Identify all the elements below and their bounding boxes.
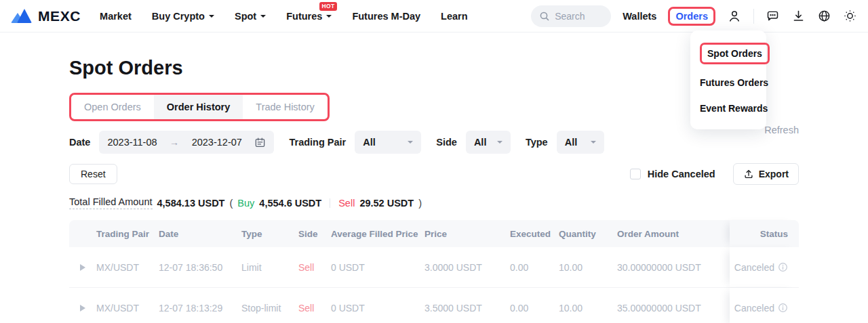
cell-side: Sell [297, 288, 330, 323]
mexc-mountain-icon [11, 9, 32, 23]
info-icon[interactable] [778, 262, 788, 272]
orders-dropdown-menu: Spot Orders Futures Orders Event Rewards [690, 30, 766, 129]
type-select[interactable]: All [557, 131, 604, 154]
globe-language-icon[interactable] [817, 9, 831, 23]
side-select[interactable]: All [466, 131, 511, 154]
nav-futures[interactable]: Futures HOT [286, 11, 332, 22]
annotation-box-spot-orders: Spot Orders [700, 43, 770, 64]
hide-canceled-checkbox[interactable] [630, 169, 641, 179]
calendar-icon [254, 137, 266, 148]
page-title: Spot Orders [69, 57, 799, 79]
cell-average-filled-price: 0 USDT [330, 247, 423, 287]
cell-order-amount: 30.00000000 USDT [616, 247, 730, 287]
cell-average-filled-price: 0 USDT [330, 288, 423, 323]
table-row: MX/USDT 12-07 18:36:50 Limit Sell 0 USDT… [69, 247, 799, 288]
cell-trading-pair: MX/USDT [95, 247, 157, 287]
buy-label: Buy [237, 198, 254, 209]
theme-sun-icon[interactable] [843, 9, 857, 23]
date-from-value: 2023-11-08 [107, 137, 157, 148]
chevron-down-icon [497, 141, 502, 146]
chevron-down-icon [591, 141, 596, 146]
sell-label: Sell [338, 198, 355, 209]
header-divider [753, 9, 754, 24]
actions-row: Reset Hide Canceled Export [69, 163, 799, 185]
table-header-row: Trading Pair Date Type Side Average Fill… [69, 220, 799, 247]
upload-icon [743, 169, 754, 179]
col-average-filled-price: Average Filled Price [330, 220, 423, 247]
cell-status: Canceled [730, 288, 799, 323]
cell-type: Stop-limit [240, 288, 297, 323]
total-filled-amount-label: Total Filled Amount [69, 196, 153, 209]
expand-row-icon[interactable] [80, 305, 85, 311]
nav-buy-crypto[interactable]: Buy Crypto [152, 11, 214, 22]
mexc-logo[interactable]: MEXC [11, 8, 81, 24]
menu-item-event-rewards[interactable]: Event Rewards [690, 95, 766, 121]
annotation-box-tabs: Open Orders Order History Trade History [69, 93, 330, 121]
tab-trade-history[interactable]: Trade History [243, 95, 327, 119]
cell-price: 3.5000 USDT [423, 288, 509, 323]
col-price: Price [423, 220, 509, 247]
expand-row-icon[interactable] [80, 264, 85, 271]
nav-spot[interactable]: Spot [235, 11, 266, 22]
nav-futures-m-day[interactable]: Futures M-Day [352, 11, 420, 22]
cell-price: 3.0000 USDT [423, 247, 509, 287]
orders-table: Trading Pair Date Type Side Average Fill… [69, 220, 799, 323]
reset-button[interactable]: Reset [69, 164, 117, 184]
col-quantity: Quantity [557, 220, 616, 247]
chevron-down-icon [209, 15, 214, 20]
sell-amount: 29.52 USDT [359, 198, 414, 209]
cell-quantity: 10.00 [557, 288, 616, 323]
total-filled-summary: Total Filled Amount 4,584.13 USDT ( Buy … [69, 196, 799, 209]
nav-learn[interactable]: Learn [441, 11, 468, 22]
profile-icon[interactable] [727, 9, 742, 24]
cell-date: 12-07 18:13:29 [157, 288, 240, 323]
table-row: MX/USDT 12-07 18:13:29 Stop-limit Sell 0… [69, 288, 799, 323]
tab-order-history[interactable]: Order History [154, 95, 243, 119]
orders-link[interactable]: Orders [675, 11, 708, 22]
col-date: Date [157, 220, 240, 247]
col-trading-pair: Trading Pair [95, 220, 157, 247]
chevron-down-icon [326, 15, 332, 20]
search-box[interactable] [531, 5, 611, 27]
col-side: Side [297, 220, 330, 247]
menu-item-spot-orders[interactable]: Spot Orders [690, 39, 766, 70]
main-content: Spot Orders Refresh Open Orders Order Hi… [69, 57, 799, 323]
main-nav: Market Buy Crypto Spot Futures HOT Futur… [100, 11, 468, 22]
refresh-button[interactable]: Refresh [764, 125, 799, 135]
cell-order-amount: 35.00000000 USDT [616, 288, 730, 323]
wallets-link[interactable]: Wallets [623, 11, 656, 22]
date-range-input[interactable]: 2023-11-08 → 2023-12-07 [99, 131, 274, 154]
info-icon[interactable] [778, 303, 788, 313]
col-type: Type [240, 220, 297, 247]
download-icon[interactable] [791, 9, 806, 23]
total-filled-amount-value: 4,584.13 USDT [157, 198, 225, 209]
chevron-down-icon [408, 141, 413, 146]
hide-canceled-label: Hide Canceled [648, 169, 715, 179]
chat-icon[interactable] [766, 9, 780, 23]
cell-executed: 0.00 [509, 288, 557, 323]
menu-item-futures-orders[interactable]: Futures Orders [690, 70, 766, 95]
search-input[interactable] [555, 11, 603, 22]
side-label: Side [436, 137, 457, 148]
trading-pair-select[interactable]: All [355, 131, 421, 154]
tab-open-orders[interactable]: Open Orders [71, 95, 154, 119]
cell-date: 12-07 18:36:50 [157, 247, 240, 287]
summary-divider [330, 198, 330, 208]
cell-trading-pair: MX/USDT [95, 288, 157, 323]
nav-market[interactable]: Market [100, 11, 132, 22]
search-icon [539, 11, 550, 22]
range-arrow-icon: → [170, 137, 179, 148]
export-button[interactable]: Export [733, 163, 799, 185]
col-status: Status [730, 220, 799, 247]
annotation-box-orders: Orders [668, 7, 715, 26]
brand-name: MEXC [38, 8, 81, 24]
filters-row: Date 2023-11-08 → 2023-12-07 Trading Pai… [69, 131, 799, 154]
buy-amount: 4,554.6 USDT [259, 198, 321, 209]
trading-pair-label: Trading Pair [289, 137, 346, 148]
hot-badge: HOT [319, 2, 338, 11]
order-tabs: Open Orders Order History Trade History [71, 95, 328, 119]
date-label: Date [69, 137, 90, 148]
cell-quantity: 10.00 [557, 247, 616, 287]
date-to-value: 2023-12-07 [192, 137, 242, 148]
type-label: Type [526, 137, 548, 148]
